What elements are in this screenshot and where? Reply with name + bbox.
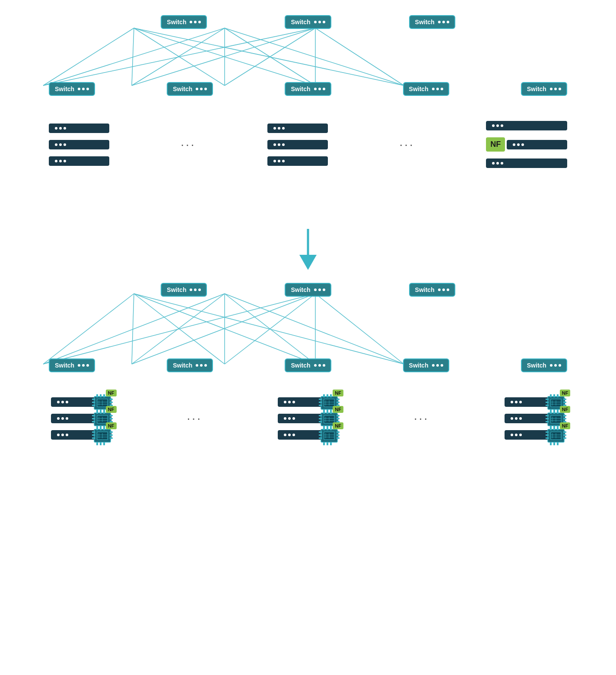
svg-line-26 (225, 294, 404, 364)
svg-line-20 (134, 294, 315, 364)
svg-rect-160 (553, 411, 555, 414)
server-col-3 (267, 124, 328, 166)
bottom-network-lines (0, 0, 616, 675)
switch-label: Switch (55, 362, 74, 369)
svg-rect-125 (330, 427, 332, 430)
nf-col-ellipsis-2: ··· (414, 412, 429, 425)
svg-rect-151 (563, 402, 566, 403)
svg-line-12 (225, 28, 315, 86)
switch-label: Switch (415, 286, 435, 293)
nf-label: NF (333, 406, 343, 413)
svg-rect-60 (110, 415, 113, 416)
svg-rect-165 (546, 415, 549, 416)
svg-rect-40 (92, 402, 95, 403)
nf-server-row-3: NF (51, 430, 111, 440)
switch-label: Switch (55, 86, 74, 92)
nf-server-c5-row-3: NF (505, 430, 565, 440)
svg-line-28 (132, 294, 315, 364)
svg-rect-78 (110, 431, 113, 433)
svg-rect-142 (553, 394, 555, 397)
svg-rect-71 (103, 427, 105, 430)
nf-label: NF (106, 390, 117, 396)
svg-rect-147 (546, 399, 549, 400)
svg-rect-124 (327, 427, 328, 430)
svg-rect-114 (337, 415, 340, 416)
svg-line-1 (132, 28, 134, 86)
svg-rect-41 (92, 405, 95, 406)
svg-line-19 (134, 294, 225, 364)
svg-rect-58 (92, 418, 95, 419)
svg-rect-72 (96, 442, 98, 445)
switch-label: Switch (167, 286, 186, 293)
svg-rect-39 (92, 399, 95, 400)
svg-rect-167 (546, 421, 549, 422)
switch-label: Switch (415, 19, 435, 25)
switch-label: Switch (167, 19, 186, 25)
svg-rect-129 (319, 431, 322, 433)
nf-badge: NF (486, 137, 505, 152)
svg-rect-182 (557, 442, 559, 445)
svg-rect-143 (557, 394, 559, 397)
top-switches-row: Switch Switch Switch (0, 15, 616, 29)
btm-top-switch-2: Switch (285, 283, 331, 297)
server-row (49, 140, 109, 149)
svg-line-2 (134, 28, 225, 86)
svg-rect-75 (92, 431, 95, 433)
nf-server-c3-row-1: NF (278, 397, 338, 407)
svg-rect-187 (563, 434, 566, 436)
svg-line-14 (315, 28, 404, 86)
switch-label: Switch (173, 362, 192, 369)
col-ellipsis-2: ··· (399, 138, 414, 152)
nf-server-c5-row-2: NF (505, 414, 565, 423)
nf-server-row: NF (486, 137, 567, 152)
nf-server-c3-row-3: NF (278, 430, 338, 440)
svg-rect-112 (319, 418, 322, 419)
svg-rect-42 (110, 399, 113, 400)
server-col-5: NF (486, 121, 567, 168)
nf-col-3: NF (278, 397, 338, 440)
bottom-switch-5: Switch (521, 82, 567, 96)
svg-rect-134 (337, 437, 340, 439)
svg-line-3 (134, 28, 315, 86)
bottom-bottom-switches-row: Switch Switch Switch Switch Switch (0, 358, 616, 372)
svg-rect-51 (96, 411, 98, 414)
switch-label: Switch (291, 362, 310, 369)
svg-rect-149 (546, 405, 549, 406)
svg-rect-74 (103, 442, 105, 445)
switch-label: Switch (409, 86, 429, 92)
nf-server-section: NF (0, 397, 616, 440)
svg-rect-177 (550, 427, 552, 430)
svg-line-4 (134, 28, 404, 86)
nf-label: NF (106, 422, 117, 429)
top-switch-1: Switch (161, 15, 207, 29)
col-ellipsis-1: ··· (181, 138, 196, 152)
nf-col-1: NF (51, 397, 111, 440)
svg-rect-57 (92, 415, 95, 416)
svg-rect-150 (563, 399, 566, 400)
btm-top-switch-1: Switch (161, 283, 207, 297)
bottom-switches-row-top: Switch Switch Switch Switch Switch (0, 82, 616, 96)
svg-rect-106 (327, 411, 328, 414)
svg-rect-79 (110, 434, 113, 436)
svg-rect-96 (337, 399, 340, 400)
svg-line-11 (132, 28, 315, 86)
svg-rect-43 (110, 402, 113, 403)
bottom-top-switches-row: Switch Switch Switch (0, 283, 616, 297)
svg-rect-126 (323, 442, 325, 445)
server-col-1 (49, 124, 109, 166)
svg-marker-16 (299, 255, 317, 270)
svg-line-10 (43, 28, 315, 86)
svg-line-31 (315, 294, 404, 364)
switch-label: Switch (291, 86, 310, 92)
svg-rect-97 (337, 402, 340, 403)
svg-rect-115 (337, 418, 340, 419)
svg-rect-80 (110, 437, 113, 439)
nf-label: NF (333, 390, 343, 396)
svg-rect-107 (330, 411, 332, 414)
svg-line-5 (43, 28, 225, 86)
nf-server-c5-row-1: NF (505, 397, 565, 407)
nf-label: NF (333, 422, 343, 429)
svg-rect-179 (557, 427, 559, 430)
svg-rect-34 (100, 394, 102, 397)
svg-rect-131 (319, 437, 322, 439)
